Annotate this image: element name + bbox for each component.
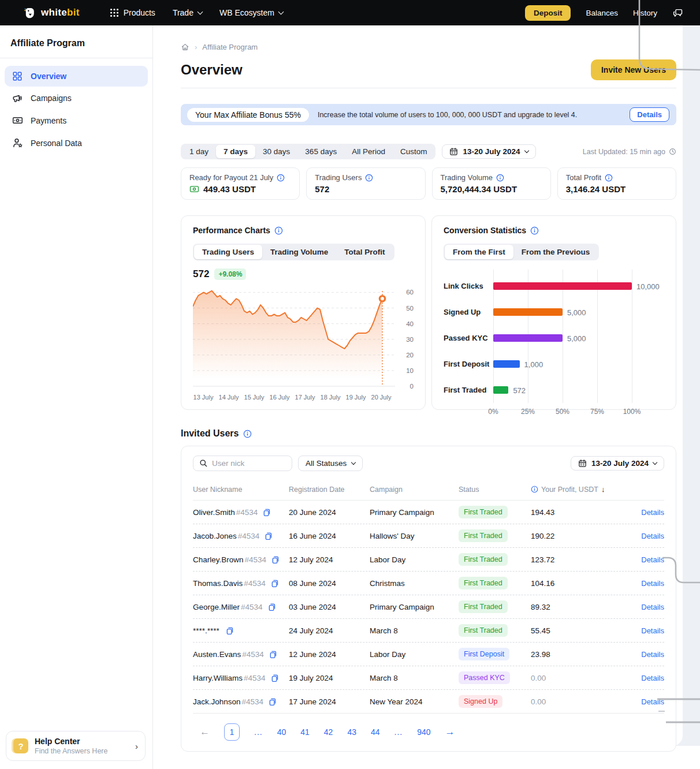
prev-page-arrow-icon[interactable]: ← — [200, 726, 210, 738]
sidebar-item-campaigns[interactable]: Campaigns — [5, 88, 148, 109]
breadcrumb-page[interactable]: Affiliate Program — [202, 43, 258, 51]
info-icon[interactable] — [530, 226, 539, 235]
info-icon[interactable] — [277, 174, 285, 182]
details-link[interactable]: Details — [641, 532, 664, 540]
page-number[interactable]: 44 — [371, 727, 380, 737]
conversion-track: 5,000 — [493, 308, 632, 316]
conversion-tabs: From the First From the Previous — [444, 244, 599, 260]
sidebar-item-personal-data[interactable]: Personal Data — [5, 132, 148, 154]
tab-trading-users[interactable]: Trading Users — [194, 245, 262, 259]
user-nickname: Jacob.Jones — [193, 532, 237, 540]
page-ellipsis: ... — [394, 727, 403, 737]
dashboard-grid-icon — [12, 71, 23, 81]
page-number[interactable]: 940 — [417, 727, 430, 737]
details-link[interactable]: Details — [641, 603, 664, 611]
nav-products[interactable]: Products — [110, 8, 155, 17]
tab-all-period[interactable]: All Period — [344, 145, 393, 158]
copy-icon[interactable] — [270, 579, 279, 588]
chat-icon[interactable] — [672, 7, 684, 18]
copy-icon[interactable] — [267, 603, 276, 611]
table-header: User Nickname Registration Date Campaign… — [193, 485, 664, 501]
tab-from-the-previous[interactable]: From the Previous — [513, 245, 598, 259]
copy-icon[interactable] — [264, 532, 273, 540]
nav-trade[interactable]: Trade — [173, 8, 202, 17]
tab-30-days[interactable]: 30 days — [255, 145, 297, 158]
copy-icon[interactable] — [271, 555, 280, 564]
conversion-track: 10,000 — [493, 282, 632, 290]
tab-from-the-first[interactable]: From the First — [445, 245, 513, 259]
col-your-profit[interactable]: Your Profit, USDT ↓ — [531, 485, 631, 494]
details-link[interactable]: Details — [641, 626, 664, 635]
info-icon[interactable] — [496, 174, 504, 182]
user-nickname-cell: Thomas.Davis#4534 — [193, 579, 289, 588]
copy-icon[interactable] — [225, 626, 234, 635]
details-link[interactable]: Details — [641, 697, 664, 706]
nav-menu: Products Trade WB Ecosystem — [110, 8, 283, 17]
conversion-track: 1,000 — [493, 360, 632, 368]
copy-icon[interactable] — [270, 674, 279, 682]
last-updated: Last Updated: 15 min ago — [583, 148, 676, 156]
tab-trading-volume[interactable]: Trading Volume — [262, 245, 336, 259]
next-page-arrow-icon[interactable]: → — [445, 726, 455, 738]
info-icon[interactable] — [531, 486, 538, 493]
home-icon[interactable] — [181, 43, 189, 51]
table-row: Austen.Evans#4534 12 June 2024 Labor Day… — [193, 643, 664, 666]
deposit-button[interactable]: Deposit — [525, 5, 571, 21]
copy-icon[interactable] — [262, 508, 271, 517]
tab-total-profit[interactable]: Total Profit — [336, 245, 393, 259]
info-icon[interactable] — [365, 174, 373, 182]
date-range-picker[interactable]: 13-20 July 2024 — [442, 144, 535, 159]
table-date-range-picker[interactable]: 13-20 July 2024 — [571, 456, 664, 471]
table-row: Jack.Johnson#4534 17 June 2024 New Year … — [193, 690, 664, 714]
bonus-details-button[interactable]: Details — [630, 107, 669, 122]
status-filter-select[interactable]: All Statuses — [298, 456, 363, 471]
conversion-bar — [493, 308, 563, 316]
nav-history[interactable]: History — [633, 9, 657, 17]
copy-icon[interactable] — [268, 697, 277, 706]
whitebit-logo[interactable]: whitebit — [23, 6, 80, 20]
nav-balances[interactable]: Balances — [586, 9, 618, 17]
status-badge: First Traded — [459, 577, 508, 589]
page-number[interactable]: 43 — [347, 727, 356, 737]
bonus-pill: Your Max Affiliate Bonus 55% — [187, 108, 309, 122]
page-number[interactable]: 40 — [277, 727, 286, 737]
tab-custom[interactable]: Custom — [393, 145, 435, 158]
details-link[interactable]: Details — [641, 674, 664, 682]
details-link[interactable]: Details — [641, 579, 664, 588]
user-id-tag: #4534 — [242, 650, 264, 659]
page-number[interactable]: 42 — [324, 727, 333, 737]
status-badge: First Traded — [459, 506, 508, 518]
sidebar-item-overview[interactable]: Overview — [5, 66, 148, 87]
period-tabs: 1 day 7 days 30 days 365 days All Period… — [181, 144, 435, 159]
user-nickname: Thomas.Davis — [193, 579, 243, 588]
info-icon[interactable] — [605, 174, 613, 182]
x-tick-label: 19 July — [346, 394, 366, 401]
page-number[interactable]: 41 — [300, 727, 310, 737]
table-row: George.Miller#4534 03 June 2024 Primary … — [193, 595, 664, 619]
tab-7-days[interactable]: 7 days — [216, 145, 255, 158]
help-center-card[interactable]: ? Help Center Find the Answers Here › — [6, 731, 146, 761]
x-tick-label: 15 July — [244, 394, 265, 401]
affiliate-bonus-banner: Your Max Affiliate Bonus 55% Increase th… — [181, 104, 676, 125]
page-number[interactable]: 1 — [224, 723, 240, 741]
profit-value: 194.43 — [531, 508, 631, 517]
nav-wb-ecosystem[interactable]: WB Ecosystem — [219, 8, 283, 17]
details-link[interactable]: Details — [641, 508, 664, 517]
chevron-down-icon — [351, 460, 356, 464]
info-icon[interactable] — [274, 226, 283, 235]
details-link[interactable]: Details — [641, 650, 664, 659]
search-input[interactable] — [212, 459, 281, 468]
top-navbar: whitebit Products Trade WB Ecosystem Dep… — [0, 0, 700, 25]
user-id-tag: #4534 — [244, 674, 266, 682]
tab-365-days[interactable]: 365 days — [297, 145, 344, 158]
conversion-track: 5,000 — [493, 334, 632, 342]
details-link[interactable]: Details — [641, 555, 664, 564]
info-icon[interactable] — [243, 430, 252, 438]
sidebar-item-payments[interactable]: Payments — [5, 110, 148, 131]
conversion-category-label: Link Clicks — [444, 282, 493, 290]
conversion-bar — [493, 334, 563, 342]
invite-new-users-button[interactable]: Invite New Users — [591, 59, 676, 80]
copy-icon[interactable] — [269, 650, 277, 659]
help-center-subtitle: Find the Answers Here — [35, 747, 107, 755]
tab-1-day[interactable]: 1 day — [182, 145, 216, 158]
